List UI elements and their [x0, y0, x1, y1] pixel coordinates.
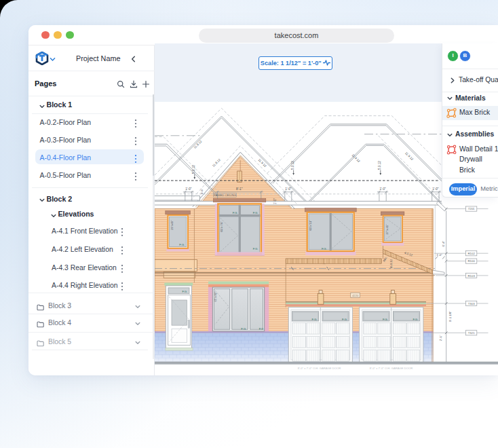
- svg-text:F.G.: F.G.: [413, 318, 418, 321]
- svg-text:65"x 51": 65"x 51": [309, 220, 312, 231]
- svg-text:16.0.12: 16.0.12: [389, 259, 393, 269]
- svg-text:F.G.: F.G.: [253, 247, 258, 250]
- svg-text:F.G.: F.G.: [253, 211, 258, 214]
- svg-text:8'-0" x 7'-0" O.H. GARAGE DOOR: 8'-0" x 7'-0" O.H. GARAGE DOOR: [370, 367, 413, 370]
- svg-text:F.G.: F.G.: [233, 211, 238, 214]
- svg-text:R102: R102: [467, 252, 475, 255]
- svg-text:5.9.12: 5.9.12: [192, 165, 195, 174]
- svg-text:8'-1": 8'-1": [236, 187, 243, 191]
- svg-text:F.G.: F.G.: [383, 318, 388, 321]
- svg-text:F.G.: F.G.: [241, 327, 246, 331]
- svg-text:5.9.12: 5.9.12: [378, 161, 381, 170]
- svg-text:1'-0": 1'-0": [379, 187, 386, 191]
- svg-text:9'-1 1/8": 9'-1 1/8": [448, 311, 452, 322]
- svg-text:65"x 76": 65"x 76": [220, 221, 223, 232]
- svg-text:2'-1": 2'-1": [439, 335, 442, 341]
- svg-text:65"x 82": 65"x 82": [214, 291, 217, 302]
- svg-text:6'-4": 6'-4": [442, 240, 445, 246]
- svg-text:3'-6": 3'-6": [200, 188, 204, 194]
- svg-text:29"x49": 29"x49": [170, 220, 174, 230]
- svg-text:1'-0": 1'-0": [185, 187, 192, 191]
- svg-text:T321: T321: [468, 331, 476, 335]
- svg-text:F.G.: F.G.: [322, 247, 327, 250]
- svg-text:1'-0": 1'-0": [436, 253, 442, 257]
- svg-text:1'-0": 1'-0": [432, 187, 439, 191]
- svg-text:7201: 7201: [468, 207, 475, 210]
- svg-text:8'-0" x 7'-0" O.H. GARAGE DOOR: 8'-0" x 7'-0" O.H. GARAGE DOOR: [298, 367, 341, 370]
- svg-text:RAISED CEILING: RAISED CEILING: [214, 193, 236, 197]
- svg-text:F.G.: F.G.: [179, 243, 185, 246]
- svg-text:F.G.: F.G.: [312, 318, 318, 321]
- svg-text:F.G.: F.G.: [342, 318, 347, 321]
- svg-text:F.G.: F.G.: [259, 327, 265, 331]
- svg-text:T303: T303: [468, 302, 476, 305]
- svg-text:4220: 4220: [352, 294, 359, 297]
- svg-text:F.G.: F.G.: [183, 290, 188, 293]
- svg-text:R100: R100: [467, 259, 475, 263]
- svg-text:5.9.12: 5.9.12: [291, 161, 294, 170]
- svg-text:1'-0": 1'-0": [273, 198, 277, 205]
- svg-text:R103: R103: [467, 274, 475, 278]
- svg-text:27"x 41": 27"x 41": [385, 224, 389, 235]
- svg-text:1'-0": 1'-0": [285, 187, 292, 191]
